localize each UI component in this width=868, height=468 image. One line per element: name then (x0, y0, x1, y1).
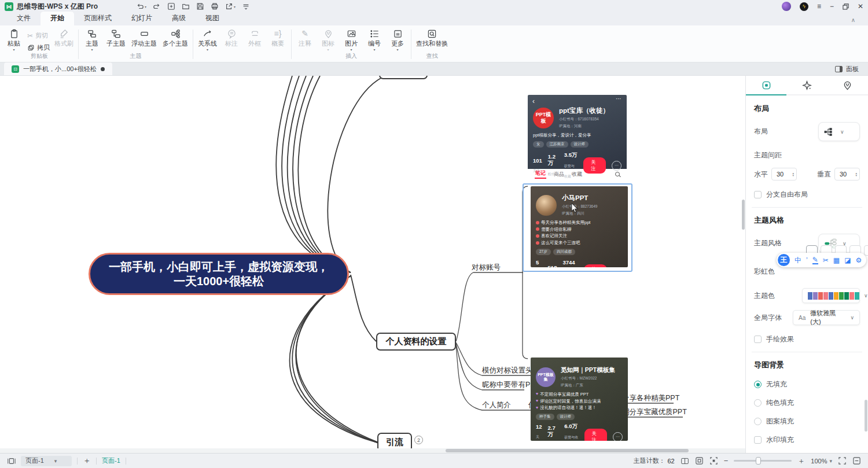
tab-ai-effects[interactable] (786, 76, 827, 94)
tab-home[interactable]: 开始 (41, 12, 74, 25)
tab-view[interactable]: 视图 (196, 12, 229, 25)
panel-scrollbar-thumb[interactable] (865, 400, 867, 432)
user-avatar[interactable] (782, 2, 791, 11)
ime-punctuation-icon[interactable]: ’ (806, 257, 808, 264)
zoom-in-button[interactable]: ＋ (797, 456, 805, 466)
collapsed-branch-badge[interactable]: 2 (414, 436, 423, 444)
minimize-button[interactable]: − (830, 3, 834, 10)
central-topic-node[interactable]: 一部手机，小白即可上手，虚拟资源变现，一天1000+很轻松 (89, 253, 349, 295)
floating-topic-button[interactable]: 浮动主题 (128, 27, 160, 48)
add-page-button[interactable]: ＋ (83, 456, 91, 466)
rainbow-option[interactable] (864, 245, 868, 256)
screenshot-xiaoma-ppt[interactable]: 小马PPT 小红书号：88273649 IP属地：四川 每天分享各种精美实用pp… (531, 186, 628, 267)
find-replace-button[interactable]: 查找和替换 (413, 27, 451, 48)
summary-button[interactable]: ≡} 概要 (266, 27, 289, 48)
membership-badge-icon[interactable]: ϟ (800, 2, 808, 11)
page-panel-icon[interactable] (7, 457, 16, 465)
fullscreen-icon[interactable] (838, 456, 847, 465)
ime-scissors-icon[interactable]: ✂ (823, 257, 829, 264)
undo-button[interactable]: ▾ (136, 2, 146, 10)
page-selector[interactable]: 页面-1 ▾ (21, 456, 72, 466)
ribbon-group-topic: 主题▾ 子主题 浮动主题 多个主题 主题 (80, 27, 191, 62)
restore-button[interactable] (843, 3, 849, 10)
outer-frame-button[interactable]: 外框 (243, 27, 266, 48)
branch-benchmark-account[interactable]: 对标账号 (472, 263, 501, 272)
new-document-button[interactable] (167, 2, 175, 10)
callout-button[interactable]: 标注 (220, 27, 243, 48)
collapse-statusbar-icon[interactable] (852, 456, 861, 465)
theme-color-dropdown[interactable]: ∨ (802, 288, 860, 303)
split-view-icon[interactable] (681, 457, 689, 465)
layout-dropdown[interactable]: ∨ (818, 122, 860, 141)
stepper-arrows-icon[interactable]: ▴▾ (792, 172, 794, 177)
topic-node-partial[interactable] (379, 76, 428, 79)
tab-stickers[interactable] (827, 76, 868, 94)
document-tab[interactable]: ⊡ 一部手机，小...00+很轻松 (4, 62, 112, 75)
subtopic-button[interactable]: 子主题 (104, 27, 128, 48)
follow-button: 关注 (584, 429, 607, 441)
screenshot-mizhiwang[interactable]: PPT模板集 觅知网｜PPT模板集 小红书号：MZW2022 IP属地：广东 ♥… (531, 358, 628, 441)
ime-lang-icon[interactable]: 中 (795, 257, 801, 264)
share-button[interactable]: ▾ (225, 2, 236, 10)
heart-bullet-icon: ♥ (536, 405, 538, 411)
stepper-arrows-icon[interactable]: ▴▾ (855, 172, 857, 177)
share-caret-icon[interactable]: ▾ (234, 5, 236, 9)
zoom-out-button[interactable]: − (724, 456, 729, 465)
tab-layout-style[interactable] (746, 76, 786, 95)
watermark-fill-checkbox[interactable] (754, 436, 762, 444)
branch-bio[interactable]: 个人简介 (482, 400, 511, 410)
mindmap-canvas[interactable]: 一部手机，小白即可上手，虚拟资源变现，一天1000+很轻松 个人资料的设置 引流… (0, 76, 745, 453)
horizontal-scrollbar-thumb[interactable] (446, 449, 689, 452)
ime-settings-icon[interactable]: ⚙ (855, 257, 862, 264)
copy-button[interactable]: 拷贝 (27, 43, 50, 52)
free-branch-layout-checkbox[interactable] (754, 191, 762, 198)
close-button[interactable]: ✕ (858, 3, 863, 10)
more-button[interactable]: 更多▾ (386, 27, 409, 51)
profile-setup-node[interactable]: 个人资料的设置 (376, 333, 456, 351)
undo-caret-icon[interactable]: ▾ (145, 5, 146, 9)
solid-fill-radio[interactable] (754, 399, 762, 407)
numbering-button[interactable]: 编号▾ (363, 27, 386, 51)
paste-button[interactable]: 粘贴▾ (2, 27, 25, 51)
no-fill-radio[interactable] (754, 381, 762, 388)
multiple-topics-button[interactable]: 多个主题 (160, 27, 191, 48)
cut-button[interactable]: ✂ 剪切 (27, 31, 50, 40)
icon-button[interactable]: 图标▾ (317, 27, 340, 51)
zoom-slider-thumb[interactable] (756, 457, 761, 465)
ime-logo-icon[interactable]: 王 (778, 254, 790, 266)
tab-page-style[interactable]: 页面样式 (74, 12, 122, 25)
collapse-ribbon-icon[interactable]: ∧ (845, 16, 861, 25)
horizontal-spacing-stepper[interactable]: 30 ▴▾ (771, 168, 797, 180)
ime-keyboard-icon[interactable]: ▦ (833, 257, 840, 264)
zoom-caret-icon[interactable]: ▾ (829, 458, 832, 464)
vertical-spacing-stepper[interactable]: 30 ▴▾ (834, 168, 860, 180)
tab-advanced[interactable]: 高级 (162, 12, 196, 25)
zoom-slider[interactable] (734, 460, 792, 462)
print-button[interactable] (211, 2, 219, 10)
open-folder-button[interactable] (182, 2, 190, 10)
redo-button[interactable] (153, 2, 161, 10)
focus-topic-icon[interactable] (709, 456, 718, 465)
tab-slides[interactable]: 幻灯片 (122, 12, 162, 25)
hand-drawn-checkbox[interactable] (754, 336, 762, 343)
horizontal-scrollbar[interactable] (0, 448, 745, 453)
format-painter-button[interactable]: 格式刷 (52, 27, 76, 48)
picture-button[interactable]: 图片▾ (340, 27, 363, 51)
global-font-dropdown[interactable]: Aa 微软雅黑 (大) ∨ (793, 310, 860, 325)
panel-toggle-button[interactable]: 面板 (826, 62, 868, 75)
fit-map-icon[interactable] (695, 456, 704, 465)
topic-button[interactable]: 主题▾ (80, 27, 104, 51)
relation-line-button[interactable]: 关系线▾ (195, 27, 220, 51)
ime-pen-icon[interactable]: ✎ (812, 256, 818, 264)
pattern-fill-radio[interactable] (754, 418, 762, 425)
vertical-scrollbar-thumb[interactable] (742, 200, 745, 230)
active-page-tab[interactable]: 页面-1 (102, 456, 120, 465)
customize-toolbar-button[interactable] (242, 2, 250, 10)
tab-file[interactable]: 文件 (7, 12, 41, 25)
save-button[interactable] (196, 2, 204, 10)
menu-icon[interactable]: ≡ (817, 3, 821, 10)
comment-button[interactable]: ✎ 注释 (293, 27, 317, 48)
screenshot-ppt-baoku[interactable]: ‹ ⋯ PPT模板 ppt宝库（收徒） 小红书号：6716078354 IP属地… (528, 95, 627, 179)
ime-skin-icon[interactable]: ◪ (844, 257, 851, 264)
zoom-value[interactable]: 100% (811, 458, 827, 465)
